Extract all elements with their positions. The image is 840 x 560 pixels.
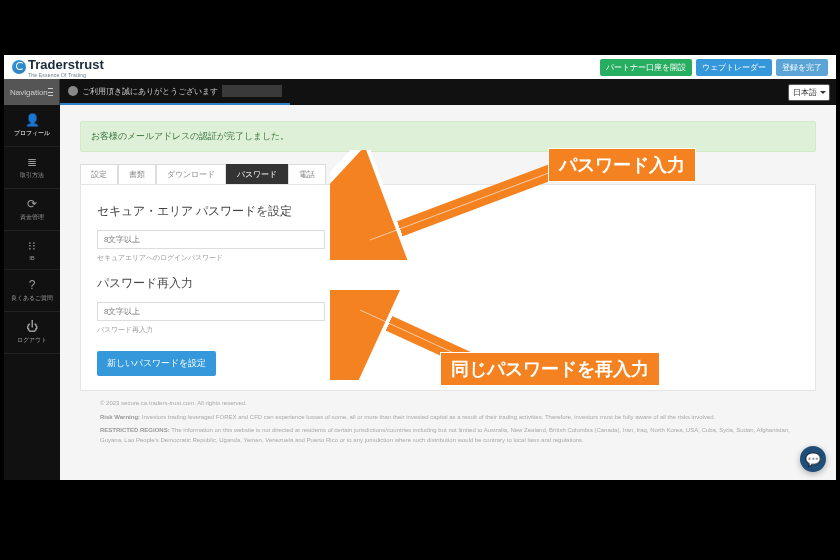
sidebar-item-profile[interactable]: 👤 プロフィール: [4, 105, 60, 147]
tab-password[interactable]: パスワード: [226, 164, 288, 184]
user-icon: 👤: [25, 113, 39, 127]
success-alert: お客様のメールアドレスの認証が完了しました。: [80, 121, 816, 152]
webtrader-button[interactable]: ウェブトレーダー: [696, 59, 772, 76]
nav-toggle[interactable]: Navigation: [4, 79, 60, 105]
set-new-password-button[interactable]: 新しいパスワードを設定: [97, 351, 216, 376]
sidebar: 👤 プロフィール ≣ 取引方法 ⟳ 資金管理 ⁝⁝ IB ? 良くあるご質: [4, 105, 60, 480]
language-value: 日本語: [793, 88, 817, 97]
tab-downloads[interactable]: ダウンロード: [156, 164, 226, 184]
sidebar-item-trading[interactable]: ≣ 取引方法: [4, 147, 60, 189]
chat-fab[interactable]: 💬: [800, 446, 826, 472]
nav-label: Navigation: [10, 88, 48, 97]
list-icon: ≣: [25, 155, 39, 169]
logo-mark-icon: [12, 60, 26, 74]
password-confirm-field-row: ◉ ?: [97, 302, 367, 321]
tab-settings[interactable]: 設定: [80, 164, 118, 184]
exchange-icon: ⟳: [25, 197, 39, 211]
open-partner-account-button[interactable]: パートナー口座を開設: [600, 59, 692, 76]
svg-line-1: [370, 165, 570, 240]
annotation-arrow-2: [330, 290, 510, 380]
power-icon: ⏻: [25, 320, 39, 334]
avatar-icon: [68, 86, 78, 96]
restricted-label: RESTRICTED REGIONS:: [100, 427, 170, 433]
question-icon: ?: [25, 278, 39, 292]
apps-icon: ⁝⁝: [25, 239, 39, 253]
brand-name: Traderstrust: [28, 57, 104, 72]
brand-logo: Traderstrust The Essence Of Trading: [12, 57, 104, 78]
sidebar-item-label: 資金管理: [20, 213, 44, 222]
sidebar-item-funds[interactable]: ⟳ 資金管理: [4, 189, 60, 231]
sidebar-item-label: ログアウト: [17, 336, 47, 345]
language-selector[interactable]: 日本語: [788, 84, 830, 101]
brand-tagline: The Essence Of Trading: [28, 72, 104, 78]
greeting-area: ご利用頂き誠にありがとうございます: [60, 79, 290, 105]
chat-icon: 💬: [805, 452, 821, 467]
tab-phone[interactable]: 電話: [288, 164, 326, 184]
password-confirm-input[interactable]: [97, 302, 325, 321]
sidebar-item-label: 取引方法: [20, 171, 44, 180]
username-redacted: [222, 85, 282, 97]
risk-warning-text: Investors trading leveraged FOREX and CF…: [142, 414, 716, 420]
complete-registration-button[interactable]: 登録を完了: [776, 59, 828, 76]
footer-copyright: © 2023 secure.ca.traders-trust.com. All …: [100, 399, 796, 409]
footer: © 2023 secure.ca.traders-trust.com. All …: [80, 391, 816, 445]
password-field-row: ◉ ?: [97, 230, 367, 249]
risk-warning-label: Risk Warning:: [100, 414, 140, 420]
sidebar-item-label: IB: [29, 255, 35, 261]
sidebar-item-label: プロフィール: [14, 129, 50, 138]
annotation-arrow-1: [330, 150, 590, 260]
restricted-text: The information on this website is not d…: [100, 427, 790, 443]
svg-line-3: [360, 310, 480, 365]
hamburger-icon: [48, 88, 53, 96]
sidebar-item-ib[interactable]: ⁝⁝ IB: [4, 231, 60, 270]
sidebar-item-faq[interactable]: ? 良くあるご質問: [4, 270, 60, 312]
password-input[interactable]: [97, 230, 325, 249]
sidebar-item-label: 良くあるご質問: [11, 294, 53, 303]
greeting-text: ご利用頂き誠にありがとうございます: [82, 86, 218, 97]
sidebar-item-logout[interactable]: ⏻ ログアウト: [4, 312, 60, 354]
tab-documents[interactable]: 書類: [118, 164, 156, 184]
